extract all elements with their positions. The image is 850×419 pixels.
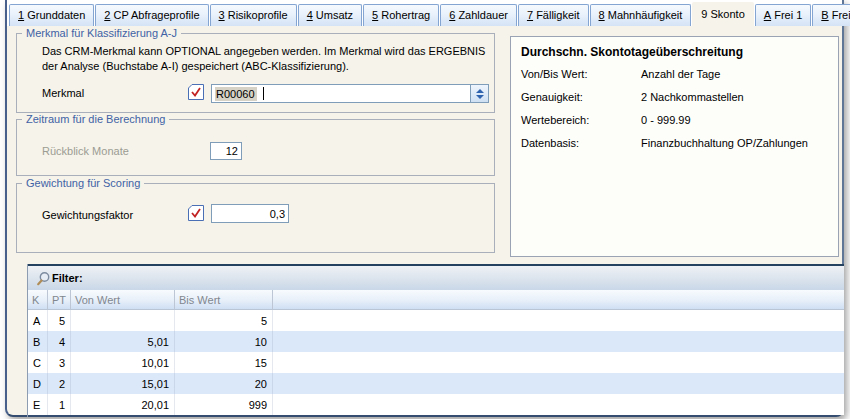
group-gewichtung-scoring: Gewichtung für Scoring Gewichtungsfaktor…: [16, 183, 495, 253]
gewichtungsfaktor-input[interactable]: 0,3: [211, 204, 289, 223]
rueckblick-monate-input[interactable]: 12: [210, 142, 242, 160]
cell-filler: [273, 352, 844, 373]
text-caret: [263, 87, 264, 100]
cell-pt: 4: [48, 331, 71, 352]
cell-k: B: [28, 331, 48, 352]
tab-risikoprofile[interactable]: 3 Risikoprofile: [210, 4, 297, 26]
merkmal-input[interactable]: R00060: [211, 84, 471, 103]
cell-k: C: [28, 352, 48, 373]
tab-grunddaten[interactable]: 1 Grunddaten: [9, 4, 94, 26]
cell-filler: [273, 331, 844, 352]
info-label: Genauigkeit:: [521, 91, 583, 103]
cell-filler: [273, 310, 844, 331]
column-header-bis-wert[interactable]: Bis Wert: [175, 290, 273, 309]
table-row[interactable]: C 3 10,01 15: [28, 352, 844, 373]
group-title: Gewichtung für Scoring: [22, 177, 144, 190]
tab-frei-1[interactable]: A Frei 1: [755, 4, 812, 26]
tab-bar: 1 Grunddaten 2 CP Abfrageprofile 3 Risik…: [7, 0, 842, 26]
cell-k: D: [28, 373, 48, 394]
rueckblick-monate-label: Rückblick Monate: [42, 145, 129, 157]
info-value: Finanzbuchhaltung OP/Zahlungen: [641, 137, 808, 149]
info-panel-title: Durchschn. Skontotageüberschreitung: [521, 45, 743, 59]
info-label: Von/Bis Wert:: [521, 68, 587, 80]
group-zeitraum-berechnung: Zeitraum für die Berechnung Rückblick Mo…: [16, 119, 495, 176]
cell-bis-wert: 15: [175, 352, 273, 373]
cell-bis-wert: 20: [175, 373, 273, 394]
cell-von-wert: 20,01: [71, 394, 175, 415]
info-label: Datenbasis:: [521, 137, 579, 149]
table-header-row[interactable]: K PT Von Wert Bis Wert: [28, 290, 844, 310]
tab-rohertrag[interactable]: 5 Rohertrag: [363, 4, 439, 26]
column-header-filler: [273, 290, 844, 309]
cell-pt: 5: [48, 310, 71, 331]
spin-down-icon[interactable]: [476, 95, 484, 99]
group-title: Merkmal für Klassifizierung A-J: [22, 27, 181, 40]
table-row[interactable]: E 1 20,01 999: [28, 394, 844, 415]
column-header-k[interactable]: K: [28, 290, 48, 309]
cell-filler: [273, 394, 844, 415]
info-value: 2 Nachkommastellen: [641, 91, 744, 103]
cell-von-wert: [71, 310, 175, 331]
merkmal-label: Merkmal: [42, 87, 84, 99]
group-title: Zeitraum für die Berechnung: [22, 113, 169, 126]
column-header-pt[interactable]: PT: [48, 290, 71, 309]
cell-von-wert: 15,01: [71, 373, 175, 394]
tab-mahnhaeufigkeit[interactable]: 8 Mahnhäufigkeit: [590, 4, 692, 26]
cell-pt: 1: [48, 394, 71, 415]
cell-pt: 3: [48, 352, 71, 373]
tab-skonto[interactable]: 9 Skonto: [692, 2, 753, 26]
cell-von-wert: 5,01: [71, 331, 175, 352]
info-label: Wertebereich:: [521, 114, 589, 126]
cell-filler: [273, 373, 844, 394]
filter-label: Filter:: [52, 272, 83, 284]
table-row[interactable]: A 5 5: [28, 310, 844, 331]
cell-k: E: [28, 394, 48, 415]
merkmal-description: Das CRM-Merkmal kann OPTIONAL angegeben …: [42, 44, 494, 74]
tab-zahldauer[interactable]: 6 Zahldauer: [440, 4, 517, 26]
table-row[interactable]: B 4 5,01 10: [28, 331, 844, 352]
column-header-von-wert[interactable]: Von Wert: [71, 290, 175, 309]
field-enabled-checkbox-icon[interactable]: [188, 84, 204, 100]
tab-cp-abfrageprofile[interactable]: 2 CP Abfrageprofile: [95, 4, 208, 26]
filter-bar[interactable]: Filter:: [28, 264, 844, 290]
cell-pt: 2: [48, 373, 71, 394]
tab-frei-2[interactable]: B Frei 2: [812, 4, 850, 26]
field-enabled-checkbox-icon[interactable]: [188, 205, 204, 221]
cell-bis-wert: 5: [175, 310, 273, 331]
gewichtungsfaktor-label: Gewichtungsfaktor: [42, 209, 133, 221]
info-panel-skontotage: Durchschn. Skontotageüberschreitung Von/…: [510, 36, 839, 257]
table-row[interactable]: D 2 15,01 20: [28, 373, 844, 394]
tab-faelligkeit[interactable]: 7 Fälligkeit: [518, 4, 589, 26]
search-icon: [36, 271, 51, 287]
info-value: Anzahl der Tage: [641, 68, 720, 80]
merkmal-spinner[interactable]: [471, 84, 489, 103]
cell-von-wert: 10,01: [71, 352, 175, 373]
tab-umsatz[interactable]: 4 Umsatz: [298, 4, 362, 26]
info-value: 0 - 999.99: [641, 114, 691, 126]
selected-text: R00060: [215, 87, 257, 101]
cell-bis-wert: 10: [175, 331, 273, 352]
skonto-settings-window: 1 Grunddaten 2 CP Abfrageprofile 3 Risik…: [5, 0, 844, 417]
cell-bis-wert: 999: [175, 394, 273, 415]
spin-up-icon[interactable]: [476, 89, 484, 93]
cell-k: A: [28, 310, 48, 331]
classification-table: Filter: K PT Von Wert Bis Wert A 5 5 B 4…: [27, 264, 844, 417]
group-merkmal-klassifizierung: Merkmal für Klassifizierung A-J Das CRM-…: [16, 33, 495, 113]
